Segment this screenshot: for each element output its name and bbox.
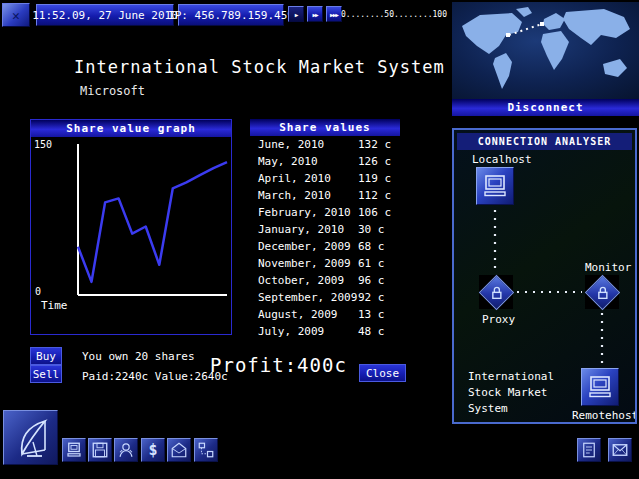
close-button[interactable]: Close — [359, 364, 406, 382]
share-value-row: June, 2010132 c — [250, 136, 400, 153]
graph-panel-title: Share value graph — [31, 120, 231, 137]
lock-diamond-icon — [584, 274, 619, 309]
news-document-icon — [580, 441, 598, 459]
network-icon — [197, 441, 215, 459]
share-price-line-chart — [31, 137, 231, 334]
uplink-menu-button[interactable] — [3, 410, 58, 465]
share-value-month: April, 2010 — [258, 170, 331, 187]
satellite-dish-icon — [9, 416, 53, 460]
share-value-row: August, 200913 c — [250, 306, 400, 323]
mail-button[interactable] — [608, 438, 632, 462]
share-value-month: July, 2009 — [258, 323, 324, 340]
play-icon: ▶ — [295, 11, 298, 18]
share-value-row: July, 200948 c — [250, 323, 400, 340]
monitor-label: Monitor — [585, 261, 631, 274]
share-value-month: February, 2010 — [258, 204, 351, 221]
share-value-month: June, 2010 — [258, 136, 324, 153]
share-value-price: 13 c — [358, 306, 385, 323]
finance-button[interactable]: $ — [141, 438, 165, 462]
proxy-label: Proxy — [482, 313, 515, 326]
profit-text: Profit:400c — [210, 354, 347, 376]
close-label: Close — [366, 367, 399, 380]
share-values-list: June, 2010132 cMay, 2010126 cApril, 2010… — [250, 136, 400, 340]
share-value-price: 126 c — [358, 153, 391, 170]
share-value-price: 48 c — [358, 323, 385, 340]
share-value-month: November, 2009 — [258, 255, 351, 272]
share-value-row: January, 201030 c — [250, 221, 400, 238]
network-map-button[interactable] — [194, 438, 218, 462]
share-value-row: October, 200996 c — [250, 272, 400, 289]
cpu-usage-gauge: 0........50........100 — [341, 10, 447, 19]
localhost-node[interactable] — [476, 167, 514, 205]
computer-icon — [482, 173, 508, 199]
lock-diamond-icon — [478, 274, 513, 309]
close-icon: ✕ — [12, 8, 20, 23]
share-value-price: 92 c — [358, 289, 385, 306]
buy-button[interactable]: Buy — [30, 347, 62, 365]
speed-normal-button[interactable]: ▶ — [288, 6, 304, 22]
remotehost-label: Remotehost — [572, 409, 637, 422]
share-values-panel: Share values June, 2010132 cMay, 2010126… — [250, 119, 400, 340]
share-value-price: 106 c — [358, 204, 391, 221]
floppy-disk-icon — [91, 441, 109, 459]
proxy-node[interactable] — [479, 275, 513, 309]
fast-forward-icon: ▶▶ — [312, 11, 317, 18]
padlock-icon — [490, 286, 502, 299]
page-title: International Stock Market System — [74, 57, 445, 77]
ip-text: IP: 456.789.159.459 — [168, 9, 294, 22]
share-value-price: 119 c — [358, 170, 391, 187]
mail-envelope-icon — [611, 441, 629, 459]
share-value-price: 61 c — [358, 255, 385, 272]
share-value-row: May, 2010126 c — [250, 153, 400, 170]
status-button[interactable] — [114, 438, 138, 462]
news-button[interactable] — [577, 438, 601, 462]
software-button[interactable] — [88, 438, 112, 462]
share-value-graph-panel: Share value graph 150 0 Time — [30, 119, 232, 335]
open-envelope-icon — [170, 441, 188, 459]
world-map — [452, 2, 639, 99]
close-window-button[interactable]: ✕ — [2, 3, 30, 27]
remotehost-node[interactable] — [581, 368, 619, 406]
share-value-month: December, 2009 — [258, 238, 351, 255]
share-value-price: 112 c — [358, 187, 391, 204]
email-button[interactable] — [167, 438, 191, 462]
target-name-line1: International — [468, 370, 554, 383]
share-values-title: Share values — [250, 119, 400, 136]
target-name-line2: Stock Market — [468, 386, 547, 399]
share-value-month: August, 2009 — [258, 306, 337, 323]
localhost-label: Localhost — [472, 153, 532, 166]
sell-button[interactable]: Sell — [30, 365, 62, 383]
share-value-row: September, 200992 c — [250, 289, 400, 306]
clock-display[interactable]: 11:52.09, 27 June 2010 — [36, 4, 174, 26]
ip-display[interactable]: IP: 456.789.159.459 — [178, 4, 284, 26]
share-value-month: January, 2010 — [258, 221, 344, 238]
connection-analyser-title: CONNECTION ANALYSER — [457, 133, 632, 150]
share-value-price: 132 c — [358, 136, 391, 153]
hardware-button[interactable] — [62, 438, 86, 462]
sell-label: Sell — [33, 368, 60, 381]
share-value-row: March, 2010112 c — [250, 187, 400, 204]
computer-icon — [65, 441, 83, 459]
paid-value-text: Paid:2240c Value:2640c — [82, 370, 228, 383]
share-value-row: February, 2010106 c — [250, 204, 400, 221]
connection-analyser-panel: CONNECTION ANALYSER Localhost Proxy Moni… — [452, 128, 637, 424]
target-name-line3: System — [468, 402, 508, 415]
share-value-row: December, 200968 c — [250, 238, 400, 255]
disconnect-label: Disconnect — [507, 101, 583, 114]
share-value-row: November, 200961 c — [250, 255, 400, 272]
share-value-row: April, 2010119 c — [250, 170, 400, 187]
monitor-node[interactable] — [585, 275, 619, 309]
share-value-price: 68 c — [358, 238, 385, 255]
speed-fastest-button[interactable]: ▶▶▶ — [326, 6, 342, 22]
share-value-month: September, 2009 — [258, 289, 357, 306]
speed-fast-button[interactable]: ▶▶ — [307, 6, 323, 22]
person-icon — [117, 441, 135, 459]
share-value-month: October, 2009 — [258, 272, 344, 289]
uplink-stock-market-screen: ✕ 11:52.09, 27 June 2010 IP: 456.789.159… — [0, 0, 639, 479]
fastest-forward-icon: ▶▶▶ — [330, 11, 338, 18]
disconnect-button[interactable]: Disconnect — [452, 99, 639, 116]
computer-icon — [587, 374, 613, 400]
dollar-icon: $ — [148, 443, 157, 458]
share-value-month: May, 2010 — [258, 153, 318, 170]
share-value-price: 30 c — [358, 221, 385, 238]
